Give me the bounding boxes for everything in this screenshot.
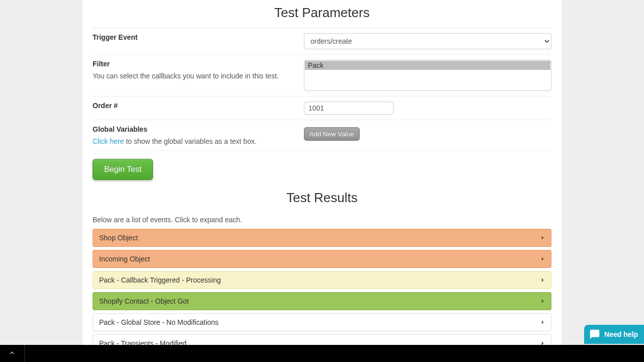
bottom-bar bbox=[0, 345, 644, 362]
help-widget[interactable]: Need help bbox=[584, 325, 644, 344]
result-panel-label: Shop Object bbox=[99, 234, 138, 242]
result-panel-label: Pack - Global Store - No Modifications bbox=[99, 318, 218, 326]
chevron-right-icon bbox=[540, 318, 545, 326]
chevron-right-icon bbox=[540, 234, 545, 242]
results-description: Below are a list of events. Click to exp… bbox=[93, 216, 551, 224]
result-panel[interactable]: Pack - Global Store - No Modifications bbox=[93, 313, 551, 331]
begin-test-button[interactable]: Begin Test bbox=[93, 159, 153, 180]
filter-multiselect[interactable]: Pack bbox=[304, 60, 551, 91]
result-panel[interactable]: Shopify Contact - Object Got bbox=[93, 292, 551, 310]
trigger-select[interactable]: orders/create bbox=[304, 33, 551, 49]
result-panel[interactable]: Pack - Callback Triggered - Processing bbox=[93, 271, 551, 289]
globals-help-text: Click here to show the global variables … bbox=[93, 137, 297, 145]
chat-icon bbox=[589, 329, 600, 340]
trigger-label: Trigger Event bbox=[93, 33, 297, 41]
globals-help-rest: to show the global variables as a text b… bbox=[124, 137, 257, 145]
filter-option-pack[interactable]: Pack bbox=[305, 61, 550, 70]
globals-click-here-link[interactable]: Click here bbox=[93, 137, 124, 145]
chevron-right-icon bbox=[540, 255, 545, 263]
result-panel[interactable]: Shop Object bbox=[93, 229, 551, 247]
results-title: Test Results bbox=[93, 185, 551, 213]
order-label: Order # bbox=[93, 102, 297, 110]
chevron-up-icon bbox=[9, 349, 16, 356]
result-panel-label: Pack - Callback Triggered - Processing bbox=[99, 276, 221, 284]
result-panel[interactable]: Incoming Object bbox=[93, 250, 551, 268]
result-panel-label: Shopify Contact - Object Got bbox=[99, 297, 189, 305]
chevron-right-icon bbox=[540, 276, 545, 284]
order-input[interactable] bbox=[304, 102, 393, 115]
chevron-right-icon bbox=[540, 297, 545, 305]
add-new-value-button[interactable]: Add New Value bbox=[304, 127, 360, 141]
parameters-title: Test Parameters bbox=[93, 0, 551, 28]
globals-label: Global Variables bbox=[93, 125, 297, 133]
help-widget-label: Need help bbox=[604, 330, 638, 338]
filter-help-text: You can select the callbacks you want to… bbox=[93, 72, 297, 80]
result-panel-label: Incoming Object bbox=[99, 255, 150, 263]
scroll-up-button[interactable] bbox=[0, 349, 24, 358]
filter-label: Filter bbox=[93, 60, 297, 68]
